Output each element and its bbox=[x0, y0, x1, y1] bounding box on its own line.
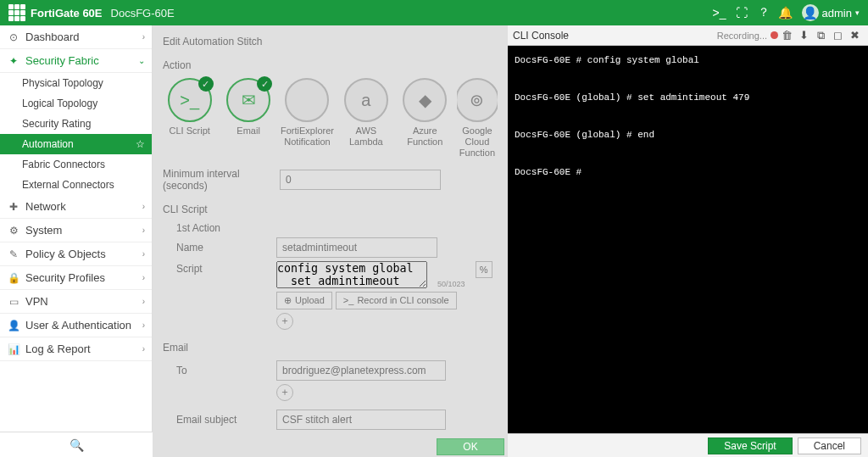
to-label: To bbox=[176, 365, 270, 376]
action-fortiexplorer[interactable]: FortiExplorer Notification bbox=[281, 78, 334, 159]
action-label: CLI Script bbox=[170, 125, 210, 148]
action-google-cloud[interactable]: ⊚ Google Cloud Function bbox=[457, 78, 498, 159]
nav-label: Physical Topology bbox=[22, 77, 103, 89]
nav-sidebar: ⊙ Dashboard › ✦ Security Fabric ⌄ Physic… bbox=[0, 25, 153, 457]
chevron-down-icon: ▾ bbox=[855, 8, 860, 17]
page-title: Edit Automation Stitch bbox=[163, 36, 498, 47]
nav-label: Network bbox=[25, 200, 66, 213]
nav-label: Security Fabric bbox=[25, 54, 99, 67]
cli-icon: >_ bbox=[343, 295, 354, 305]
action-name-input[interactable] bbox=[276, 237, 437, 258]
cli-output[interactable]: DocsFG-60E # config system global DocsFG… bbox=[508, 46, 868, 433]
nav-physical-topology[interactable]: Physical Topology bbox=[0, 73, 152, 93]
vpn-icon: ▭ bbox=[7, 296, 20, 308]
add-recipient-button[interactable]: ＋ bbox=[276, 384, 293, 401]
email-subject-input[interactable] bbox=[276, 410, 446, 430]
email-section-label: Email bbox=[163, 342, 498, 354]
notifications-icon[interactable]: 🔔 bbox=[775, 2, 797, 24]
nav-logical-topology[interactable]: Logical Topology bbox=[0, 93, 152, 114]
nav-dashboard[interactable]: ⊙ Dashboard › bbox=[0, 25, 152, 49]
nav-automation[interactable]: Automation☆ bbox=[0, 134, 152, 154]
nav-label: Logical Topology bbox=[22, 98, 97, 109]
action-label: Email bbox=[236, 125, 260, 148]
nav-network[interactable]: ✚ Network › bbox=[0, 195, 152, 219]
action-label: Google Cloud Function bbox=[457, 125, 498, 159]
report-icon: 📊 bbox=[7, 343, 20, 355]
upload-button[interactable]: ⊕Upload bbox=[276, 292, 332, 309]
min-interval-input[interactable] bbox=[280, 170, 441, 190]
min-interval-label: Minimum interval (seconds) bbox=[163, 168, 273, 192]
save-script-button[interactable]: Save Script bbox=[708, 437, 792, 454]
star-icon: ☆ bbox=[136, 138, 145, 150]
nav-user-auth[interactable]: 👤 User & Authentication › bbox=[0, 314, 152, 337]
search-icon: 🔍 bbox=[70, 438, 84, 452]
email-to-input[interactable] bbox=[276, 360, 446, 381]
hostname: DocsFG-60E bbox=[111, 7, 175, 20]
nav-policy-objects[interactable]: ✎ Policy & Objects › bbox=[0, 242, 152, 266]
action-label: FortiExplorer Notification bbox=[281, 125, 334, 148]
chevron-right-icon: › bbox=[142, 297, 145, 306]
name-label: Name bbox=[176, 242, 270, 254]
nav-label: VPN bbox=[25, 295, 48, 308]
nav-security-rating[interactable]: Security Rating bbox=[0, 114, 152, 134]
fortinet-logo-icon bbox=[8, 4, 25, 21]
nav-fabric-connectors[interactable]: Fabric Connectors bbox=[0, 154, 152, 175]
action-azure-function[interactable]: ◆ Azure Function bbox=[398, 78, 452, 159]
action-aws-lambda[interactable]: a AWS Lambda bbox=[339, 78, 392, 159]
nav-system[interactable]: ⚙ System › bbox=[0, 219, 152, 242]
brand: FortiGate 60E bbox=[8, 4, 103, 21]
action-label: AWS Lambda bbox=[339, 125, 392, 148]
pill-label: Record in CLI console bbox=[357, 295, 448, 305]
cancel-button[interactable]: Cancel bbox=[798, 437, 861, 454]
script-label: Script bbox=[176, 261, 270, 275]
nav-label: Log & Report bbox=[25, 343, 91, 355]
nav-log-report[interactable]: 📊 Log & Report › bbox=[0, 337, 152, 361]
chevron-right-icon: › bbox=[142, 249, 145, 259]
cli-toggle-icon[interactable]: >_ bbox=[709, 2, 731, 24]
section-action-label: Action bbox=[163, 59, 498, 71]
cli-clear-icon[interactable]: 🗑 bbox=[778, 29, 795, 42]
script-textarea[interactable]: config system global set admintimeout 47… bbox=[276, 261, 427, 288]
recording-indicator: Recording... bbox=[717, 31, 778, 41]
user-icon: 👤 bbox=[7, 320, 20, 332]
nav-label: User & Authentication bbox=[25, 319, 131, 332]
char-count: 50/1023 bbox=[437, 280, 465, 288]
main-content: Edit Automation Stitch Action >_✓ CLI Sc… bbox=[153, 25, 508, 457]
username: admin bbox=[822, 7, 852, 20]
check-icon: ✓ bbox=[257, 76, 272, 92]
policy-icon: ✎ bbox=[7, 248, 20, 260]
cli-script-section-label: CLI Script bbox=[163, 203, 498, 215]
nav-security-profiles[interactable]: 🔒 Security Profiles › bbox=[0, 266, 152, 290]
lock-icon: 🔒 bbox=[7, 272, 20, 284]
chevron-right-icon: › bbox=[142, 344, 145, 354]
record-dot-icon bbox=[771, 31, 778, 39]
nav-security-fabric[interactable]: ✦ Security Fabric ⌄ bbox=[0, 49, 152, 73]
cli-header: CLI Console Recording... 🗑 ⬇ ⧉ ◻ ✖ bbox=[508, 25, 868, 46]
help-icon[interactable]: ？ bbox=[753, 2, 775, 24]
ok-button[interactable]: OK bbox=[437, 438, 504, 455]
user-menu[interactable]: 👤 admin ▾ bbox=[802, 4, 860, 21]
check-icon: ✓ bbox=[198, 76, 214, 92]
nav-label: System bbox=[25, 224, 62, 237]
cli-detach-icon[interactable]: ◻ bbox=[829, 29, 846, 42]
cli-copy-icon[interactable]: ⧉ bbox=[812, 29, 829, 42]
pill-label: Upload bbox=[295, 295, 325, 305]
fullscreen-icon[interactable]: ⛶ bbox=[731, 2, 753, 24]
nav-vpn[interactable]: ▭ VPN › bbox=[0, 290, 152, 314]
nav-external-connectors[interactable]: External Connectors bbox=[0, 175, 152, 195]
cli-close-icon[interactable]: ✖ bbox=[846, 29, 863, 42]
action-email[interactable]: ✉✓ Email bbox=[221, 78, 275, 159]
action-cli-script[interactable]: >_✓ CLI Script bbox=[163, 78, 216, 159]
record-button[interactable]: >_Record in CLI console bbox=[336, 292, 457, 309]
cli-title: CLI Console bbox=[513, 30, 569, 42]
system-icon: ⚙ bbox=[7, 225, 20, 237]
variable-insert-button[interactable]: % bbox=[476, 261, 492, 278]
nav-label: Policy & Objects bbox=[25, 248, 106, 260]
action-selector: >_✓ CLI Script ✉✓ Email FortiExplorer No… bbox=[163, 78, 498, 159]
sidebar-search[interactable]: 🔍 bbox=[0, 432, 153, 457]
chevron-right-icon: › bbox=[142, 32, 145, 42]
add-action-button[interactable]: ＋ bbox=[276, 313, 293, 330]
cli-footer: Save Script Cancel bbox=[508, 433, 868, 457]
nav-label: Dashboard bbox=[25, 31, 80, 43]
cli-download-icon[interactable]: ⬇ bbox=[795, 29, 812, 42]
